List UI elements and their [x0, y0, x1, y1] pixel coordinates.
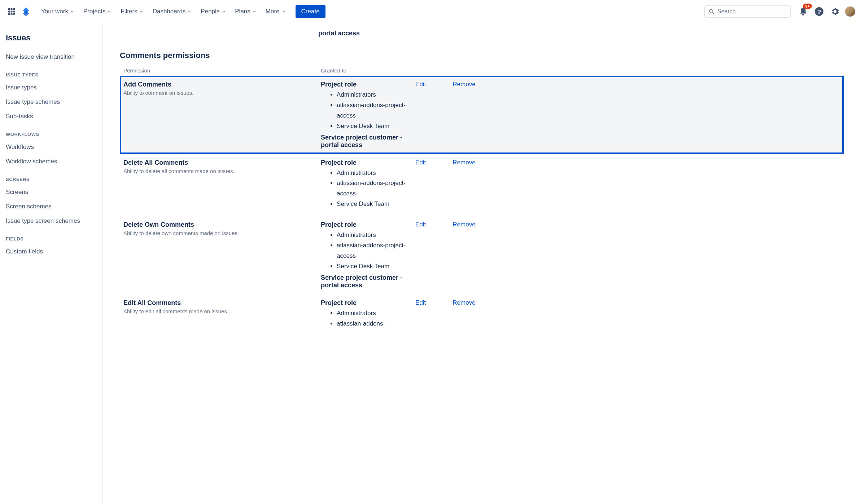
header-permission: Permission	[123, 67, 321, 74]
chevron-down-icon	[187, 9, 192, 14]
svg-rect-6	[8, 13, 10, 15]
sidebar-link-issue-type-schemes[interactable]: Issue type schemes	[0, 95, 102, 109]
permission-row: Delete All CommentsAbility to delete all…	[120, 154, 844, 216]
remove-link[interactable]: Remove	[453, 221, 475, 289]
nav-item-more[interactable]: More	[262, 6, 290, 17]
permission-name: Delete Own Comments	[123, 221, 314, 229]
sidebar-link-issue-type-screen-schemes[interactable]: Issue type screen schemes	[0, 214, 102, 228]
service-customer-label: Service project customer - portal access	[321, 274, 415, 289]
remove-link[interactable]: Remove	[453, 299, 475, 331]
remove-link[interactable]: Remove	[453, 159, 475, 211]
role-item: atlassian-addons-project-access	[337, 178, 415, 199]
svg-rect-3	[8, 10, 10, 12]
role-item: atlassian-addons-project-access	[337, 100, 415, 121]
actions-cell: EditRemove	[415, 221, 840, 289]
svg-rect-7	[11, 13, 13, 15]
sidebar-link-custom-fields[interactable]: Custom fields	[0, 244, 102, 259]
permission-row: Edit All CommentsAbility to edit all com…	[120, 294, 844, 336]
nav-item-filters[interactable]: Filters	[117, 6, 147, 17]
permission-desc: Ability to edit all comments made on iss…	[123, 308, 314, 314]
permissions-table: Permission Granted to Add CommentsAbilit…	[120, 65, 844, 335]
app-switcher-icon[interactable]	[6, 6, 17, 17]
sidebar-link-new-issue-view-transition[interactable]: New issue view transition	[0, 50, 102, 64]
header-granted: Granted to	[321, 67, 840, 74]
edit-link[interactable]: Edit	[415, 81, 426, 149]
permission-cell: Edit All CommentsAbility to edit all com…	[123, 299, 321, 331]
svg-rect-4	[11, 10, 13, 12]
sidebar-heading: ISSUE TYPES	[0, 64, 102, 80]
sidebar-link-workflows[interactable]: Workflows	[0, 140, 102, 154]
nav-item-label: More	[266, 8, 280, 15]
search-box[interactable]	[704, 5, 791, 18]
svg-line-10	[712, 12, 714, 14]
nav-item-label: People	[201, 8, 220, 15]
role-item: atlassian-addons-project-access	[337, 240, 415, 261]
role-list: Administratorsatlassian-addons-	[321, 308, 415, 329]
search-input[interactable]	[717, 8, 787, 15]
permission-desc: Ability to comment on issues.	[123, 90, 314, 96]
svg-rect-8	[13, 13, 15, 15]
sidebar-link-issue-types[interactable]: Issue types	[0, 80, 102, 95]
permission-desc: Ability to delete all comments made on i…	[123, 168, 314, 174]
edit-link[interactable]: Edit	[415, 299, 426, 331]
svg-rect-2	[13, 8, 15, 10]
permission-cell: Delete All CommentsAbility to delete all…	[123, 159, 321, 211]
sidebar-title: Issues	[0, 30, 102, 50]
create-button[interactable]: Create	[296, 5, 325, 18]
permission-cell: Delete Own CommentsAbility to delete own…	[123, 221, 321, 289]
chevron-down-icon	[221, 9, 226, 14]
nav-item-plans[interactable]: Plans	[231, 6, 261, 17]
section-title: Comments permissions	[120, 51, 844, 60]
role-item: Administrators	[337, 168, 415, 178]
jira-logo-icon[interactable]	[20, 6, 32, 17]
portal-access-fragment: portal access	[120, 23, 844, 40]
svg-point-9	[709, 9, 713, 13]
notifications-icon[interactable]: 9+	[797, 6, 809, 17]
sidebar-link-workflow-schemes[interactable]: Workflow schemes	[0, 154, 102, 169]
nav-icons: 9+ ?	[797, 6, 855, 17]
sidebar-link-sub-tasks[interactable]: Sub-tasks	[0, 109, 102, 124]
sidebar-link-screens[interactable]: Screens	[0, 185, 102, 199]
svg-rect-1	[11, 8, 13, 10]
actions-cell: EditRemove	[415, 299, 840, 331]
project-role-label: Project role	[321, 299, 415, 307]
nav-item-label: Dashboards	[153, 8, 186, 15]
sidebar: Issues New issue view transition ISSUE T…	[0, 23, 102, 504]
nav-item-people[interactable]: People	[197, 6, 230, 17]
service-customer-label: Service project customer - portal access	[321, 134, 415, 149]
table-header: Permission Granted to	[120, 65, 844, 76]
settings-icon[interactable]	[829, 6, 841, 17]
nav-item-projects[interactable]: Projects	[80, 6, 115, 17]
nav-item-label: Your work	[41, 8, 68, 15]
permission-name: Add Comments	[123, 81, 314, 88]
role-item: Service Desk Team	[337, 261, 415, 272]
nav-item-label: Plans	[235, 8, 250, 15]
nav-item-your-work[interactable]: Your work	[38, 6, 78, 17]
project-role-label: Project role	[321, 81, 415, 88]
nav-item-dashboards[interactable]: Dashboards	[149, 6, 196, 17]
help-icon[interactable]: ?	[813, 6, 825, 17]
sidebar-link-screen-schemes[interactable]: Screen schemes	[0, 199, 102, 214]
sidebar-heading: WORKFLOWS	[0, 124, 102, 140]
role-item: Administrators	[337, 230, 415, 240]
permission-row: Delete Own CommentsAbility to delete own…	[120, 216, 844, 294]
chevron-down-icon	[139, 9, 144, 14]
avatar[interactable]	[845, 6, 855, 17]
sidebar-heading: FIELDS	[0, 228, 102, 244]
main-layout: Issues New issue view transition ISSUE T…	[0, 23, 861, 504]
svg-text:?: ?	[817, 8, 821, 15]
permission-row: Add CommentsAbility to comment on issues…	[120, 76, 844, 154]
svg-rect-5	[13, 10, 15, 12]
role-item: Administrators	[337, 308, 415, 319]
edit-link[interactable]: Edit	[415, 221, 426, 289]
svg-rect-0	[8, 8, 10, 10]
project-role-label: Project role	[321, 221, 415, 229]
actions-cell: EditRemove	[415, 159, 840, 211]
role-item: Service Desk Team	[337, 121, 415, 132]
edit-link[interactable]: Edit	[415, 159, 426, 211]
granted-cell: Project roleAdministratorsatlassian-addo…	[321, 159, 415, 211]
permission-desc: Ability to delete own comments made on i…	[123, 230, 314, 236]
remove-link[interactable]: Remove	[453, 81, 475, 149]
actions-cell: EditRemove	[415, 81, 840, 149]
role-list: Administratorsatlassian-addons-project-a…	[321, 168, 415, 210]
